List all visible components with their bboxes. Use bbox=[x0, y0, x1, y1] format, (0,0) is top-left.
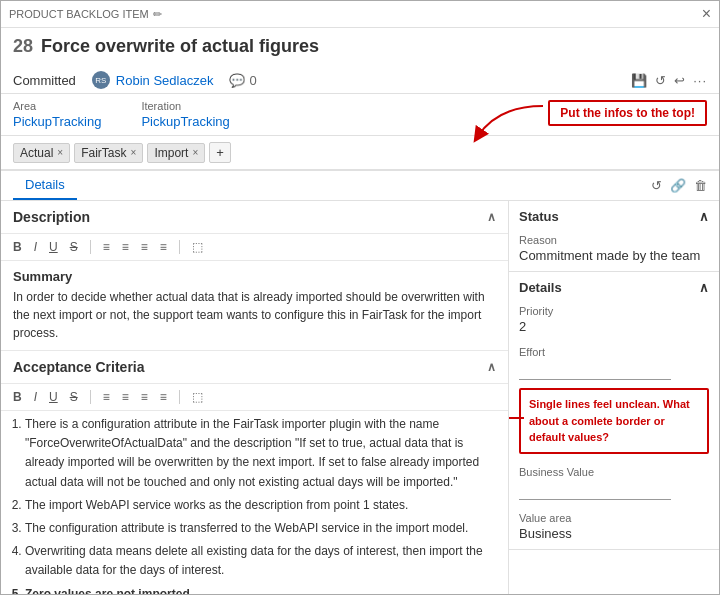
description-section: Description ∧ B I U S ≡ ≡ ≡ ≡ ⬚ bbox=[1, 201, 508, 351]
tag-import-close[interactable]: × bbox=[192, 147, 198, 158]
toolbar-underline[interactable]: U bbox=[45, 238, 62, 256]
annotation-callout-box: Put the infos to the top! bbox=[548, 100, 707, 126]
status-section: Status ∧ Reason Commitment made by the t… bbox=[509, 201, 719, 272]
acc-toolbar-list2[interactable]: ≡ bbox=[118, 388, 133, 406]
description-toolbar: B I U S ≡ ≡ ≡ ≡ ⬚ bbox=[1, 233, 508, 261]
annotation-callout-text: Put the infos to the top! bbox=[560, 106, 695, 120]
acc-toolbar-list1[interactable]: ≡ bbox=[99, 388, 114, 406]
undo-icon[interactable]: ↩ bbox=[674, 73, 685, 88]
description-content: Summary In order to decide whether actua… bbox=[1, 261, 508, 350]
avatar: RS bbox=[92, 71, 110, 89]
meta-comment: 💬 0 bbox=[229, 73, 256, 88]
refresh-icon[interactable]: ↺ bbox=[655, 73, 666, 88]
tab-link-icon[interactable]: 🔗 bbox=[670, 178, 686, 193]
toolbar-list2[interactable]: ≡ bbox=[118, 238, 133, 256]
tab-icons: ↺ 🔗 🗑 bbox=[651, 178, 707, 193]
acc-toolbar-list4[interactable]: ≡ bbox=[156, 388, 171, 406]
tab-refresh-icon[interactable]: ↺ bbox=[651, 178, 662, 193]
toolbar-list3[interactable]: ≡ bbox=[137, 238, 152, 256]
item-status: Committed bbox=[13, 73, 76, 88]
acceptance-section-header[interactable]: Acceptance Criteria ∧ bbox=[1, 351, 508, 383]
comment-icon: 💬 bbox=[229, 73, 245, 88]
list-item: The configuration attribute is transferr… bbox=[25, 519, 496, 538]
business-value-field: Business Value bbox=[509, 462, 719, 508]
user-name[interactable]: Robin Sedlaczek bbox=[116, 73, 214, 88]
details-section-header[interactable]: Details ∧ bbox=[509, 272, 719, 301]
item-title: Force overwrite of actual figures bbox=[41, 36, 319, 57]
tag-import: Import × bbox=[147, 143, 205, 163]
details-section-label: Details bbox=[519, 280, 562, 295]
tag-fairtask-label: FairTask bbox=[81, 146, 126, 160]
annotation-wrapper: Put the infos to the top! bbox=[548, 100, 707, 126]
tab-delete-icon[interactable]: 🗑 bbox=[694, 178, 707, 193]
acc-toolbar-underline[interactable]: U bbox=[45, 388, 62, 406]
acceptance-section: Acceptance Criteria ∧ B I U S ≡ ≡ ≡ ≡ ⬚ bbox=[1, 351, 508, 594]
toolbar-image[interactable]: ⬚ bbox=[188, 238, 207, 256]
acc-toolbar-sep2 bbox=[179, 390, 180, 404]
effort-input[interactable] bbox=[519, 360, 671, 380]
toolbar-bold[interactable]: B bbox=[9, 238, 26, 256]
acc-toolbar-list3[interactable]: ≡ bbox=[137, 388, 152, 406]
acceptance-list: There is a configuration attribute in th… bbox=[1, 411, 508, 594]
details-toggle-icon[interactable]: ∧ bbox=[699, 280, 709, 295]
left-panel: Description ∧ B I U S ≡ ≡ ≡ ≡ ⬚ bbox=[1, 201, 509, 594]
right-panel: Status ∧ Reason Commitment made by the t… bbox=[509, 201, 719, 594]
description-section-header[interactable]: Description ∧ bbox=[1, 201, 508, 233]
business-value-label: Business Value bbox=[519, 466, 709, 478]
tag-import-label: Import bbox=[154, 146, 188, 160]
list-item: There is a configuration attribute in th… bbox=[25, 415, 496, 492]
title-bar-left: PRODUCT BACKLOG ITEM ✏ bbox=[9, 8, 162, 21]
description-section-label: Description bbox=[13, 209, 90, 225]
area-value[interactable]: PickupTracking bbox=[13, 114, 101, 129]
right-annotation-text: Single lines feel unclean. What about a … bbox=[529, 398, 690, 443]
meta-user: RS Robin Sedlaczek bbox=[92, 71, 214, 89]
iteration-value[interactable]: PickupTracking bbox=[141, 114, 229, 129]
more-icon[interactable]: ··· bbox=[693, 73, 707, 88]
toolbar-strikethrough[interactable]: S bbox=[66, 238, 82, 256]
business-value-input[interactable] bbox=[519, 480, 671, 500]
main-window: PRODUCT BACKLOG ITEM ✏ × 28 Force overwr… bbox=[0, 0, 720, 595]
description-toggle-icon[interactable]: ∧ bbox=[487, 210, 496, 224]
list-item: Overwriting data means delete all existi… bbox=[25, 542, 496, 580]
toolbar-list1[interactable]: ≡ bbox=[99, 238, 114, 256]
avatar-initials: RS bbox=[95, 76, 106, 85]
toolbar-sep1 bbox=[90, 240, 91, 254]
title-bar: PRODUCT BACKLOG ITEM ✏ × bbox=[1, 1, 719, 28]
save-icon[interactable]: 💾 bbox=[631, 73, 647, 88]
fields-row: Area PickupTracking Iteration PickupTrac… bbox=[1, 94, 719, 136]
right-annotation-wrapper: Single lines feel unclean. What about a … bbox=[519, 388, 709, 454]
toolbar-italic[interactable]: I bbox=[30, 238, 41, 256]
toolbar-list4[interactable]: ≡ bbox=[156, 238, 171, 256]
acceptance-toggle-icon[interactable]: ∧ bbox=[487, 360, 496, 374]
item-header: 28 Force overwrite of actual figures bbox=[1, 28, 719, 67]
acceptance-toolbar: B I U S ≡ ≡ ≡ ≡ ⬚ bbox=[1, 383, 508, 411]
tag-add-button[interactable]: + bbox=[209, 142, 231, 163]
status-toggle-icon[interactable]: ∧ bbox=[699, 209, 709, 224]
edit-icon: ✏ bbox=[153, 8, 162, 21]
tag-fairtask: FairTask × bbox=[74, 143, 143, 163]
area-field: Area PickupTracking bbox=[13, 100, 101, 129]
tabs-row: Details ↺ 🔗 🗑 bbox=[1, 171, 719, 201]
effort-label: Effort bbox=[519, 346, 709, 358]
tag-fairtask-close[interactable]: × bbox=[131, 147, 137, 158]
meta-actions: 💾 ↺ ↩ ··· bbox=[631, 73, 707, 88]
right-annotation-arrow bbox=[509, 408, 529, 428]
tab-details[interactable]: Details bbox=[13, 171, 77, 200]
acc-toolbar-italic[interactable]: I bbox=[30, 388, 41, 406]
status-section-label: Status bbox=[519, 209, 559, 224]
priority-value: 2 bbox=[519, 319, 709, 334]
status-section-header[interactable]: Status ∧ bbox=[509, 201, 719, 230]
annotation-area: Put the infos to the top! bbox=[548, 100, 707, 126]
acc-toolbar-image[interactable]: ⬚ bbox=[188, 388, 207, 406]
main-content: Description ∧ B I U S ≡ ≡ ≡ ≡ ⬚ bbox=[1, 201, 719, 594]
close-button[interactable]: × bbox=[702, 5, 711, 23]
tag-actual-close[interactable]: × bbox=[57, 147, 63, 158]
product-backlog-label: PRODUCT BACKLOG ITEM bbox=[9, 8, 149, 20]
acc-toolbar-bold[interactable]: B bbox=[9, 388, 26, 406]
acc-toolbar-sep1 bbox=[90, 390, 91, 404]
iteration-field: Iteration PickupTracking bbox=[141, 100, 229, 129]
tag-actual: Actual × bbox=[13, 143, 70, 163]
acc-toolbar-strikethrough[interactable]: S bbox=[66, 388, 82, 406]
comment-count: 0 bbox=[249, 73, 256, 88]
tag-actual-label: Actual bbox=[20, 146, 53, 160]
